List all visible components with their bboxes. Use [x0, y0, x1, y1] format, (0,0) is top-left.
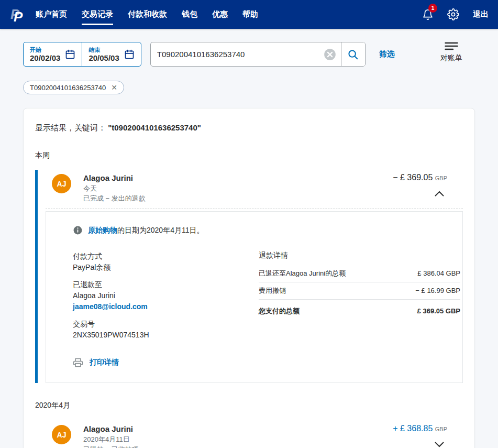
end-date-field[interactable]: 结束 20/05/03: [82, 42, 140, 66]
nav-item-transactions[interactable]: 交易记录: [82, 0, 113, 29]
details-left-column: 付款方式 PayPal余额 已退款至 Alagoa Jurini jaame08…: [73, 251, 259, 368]
chevron-up-icon[interactable]: [435, 191, 444, 196]
refunded-to-name: Alagoa Jurini: [73, 290, 259, 301]
search-filter-chip: T0902004101636253740 ✕: [23, 81, 124, 94]
transaction-amount: + £ 368.85 GBP: [393, 424, 447, 433]
filter-bar: 开始 20/02/03 结束 20/05/03: [0, 29, 498, 67]
info-icon: [73, 225, 83, 235]
end-date-label: 结束: [88, 46, 119, 53]
section-title-this-week: 本周: [35, 151, 463, 160]
start-date-value: 20/02/03: [30, 53, 60, 63]
refund-row-value: − £ 16.99 GBP: [415, 287, 460, 294]
summary-label: 显示结果，关键词：: [35, 123, 106, 132]
refund-row-value: £ 386.04 GBP: [417, 269, 460, 277]
dashed-divider: [46, 209, 463, 209]
transaction-row[interactable]: AJ Alagoa Jurini 2020年4月11日 已退款 − 已收款项 +…: [35, 421, 463, 448]
currency-code: GBP: [435, 175, 447, 181]
transaction-item-expanded: AJ Alagoa Jurini 今天 已完成 − 发出的退款 − £ 369.…: [35, 170, 463, 383]
nav-item-help[interactable]: 帮助: [242, 0, 258, 29]
clear-search-icon[interactable]: [323, 48, 337, 61]
transaction-date: 今天: [83, 183, 146, 193]
section-title-april-2020: 2020年4月: [35, 401, 463, 410]
print-details-button[interactable]: 打印详情: [73, 357, 259, 368]
original-purchase-link[interactable]: 原始购物: [88, 226, 117, 234]
avatar: AJ: [52, 425, 71, 444]
nav-item-offers[interactable]: 优惠: [212, 0, 228, 29]
chevron-down-icon[interactable]: [435, 442, 444, 447]
calendar-icon[interactable]: [65, 49, 75, 60]
counterparty-name: Alagoa Jurini: [83, 424, 139, 434]
results-summary: 显示结果，关键词： "t0902004101636253740": [35, 123, 463, 133]
search-input[interactable]: [151, 50, 323, 59]
nav-item-payments[interactable]: 付款和收款: [128, 0, 167, 29]
paypal-logo-icon: P P: [10, 6, 25, 23]
transaction-status: 已完成 − 发出的退款: [83, 193, 146, 203]
search-icon: [347, 49, 359, 60]
notification-badge: 1: [428, 4, 437, 13]
printer-icon: [73, 357, 83, 368]
nav-item-wallet[interactable]: 钱包: [182, 0, 197, 29]
logout-button[interactable]: 退出: [473, 9, 489, 19]
start-date-label: 开始: [30, 46, 60, 53]
svg-text:P: P: [14, 9, 23, 23]
refunded-to-email-link[interactable]: jaame08@icloud.com: [73, 301, 148, 312]
refund-details-title: 退款详情: [259, 251, 460, 260]
notifications-button[interactable]: 1: [422, 8, 434, 21]
transaction-item-collapsed: AJ Alagoa Jurini 2020年4月11日 已退款 − 已收款项 +…: [35, 421, 463, 448]
refund-row: 已退还至Alagoa Jurini的总额 £ 386.04 GBP: [259, 265, 460, 282]
refund-row: 费用撤销 − £ 16.99 GBP: [259, 282, 460, 300]
print-details-label: 打印详情: [90, 358, 119, 367]
counterparty-name: Alagoa Jurini: [83, 173, 146, 183]
refund-total-row: 您支付的总额 £ 369.05 GBP: [259, 300, 460, 316]
refund-total-value: £ 369.05 GBP: [417, 307, 460, 315]
transaction-details-panel: 原始购物的日期为2020年4月11日。 付款方式 PayPal余额 已退款至 A…: [46, 211, 463, 383]
summary-keyword: "t0902004101636253740": [108, 123, 201, 132]
chip-label: T0902004101636253740: [30, 84, 106, 92]
selected-accent-bar: [35, 170, 38, 383]
refund-row-label: 已退还至Alagoa Jurini的总额: [259, 269, 346, 278]
top-navigation-bar: P P 账户首页 交易记录 付款和收款 钱包 优惠 帮助 1 退出: [0, 0, 498, 29]
search-box: [150, 42, 366, 67]
statement-icon: [445, 42, 458, 51]
transaction-id-label: 交易号: [73, 319, 259, 330]
filter-link[interactable]: 筛选: [379, 49, 395, 59]
calendar-icon[interactable]: [124, 49, 135, 60]
transaction-row[interactable]: AJ Alagoa Jurini 今天 已完成 − 发出的退款 − £ 369.…: [35, 170, 463, 209]
end-date-value: 20/05/03: [88, 53, 119, 63]
statement-button[interactable]: 对账单: [440, 42, 462, 63]
nav-item-account-home[interactable]: 账户首页: [36, 0, 67, 29]
avatar: AJ: [52, 174, 71, 193]
refund-total-label: 您支付的总额: [259, 307, 300, 316]
transaction-amount: − £ 369.05 GBP: [393, 173, 447, 182]
main-nav: 账户首页 交易记录 付款和收款 钱包 优惠 帮助: [36, 0, 258, 29]
refund-row-label: 费用撤销: [259, 286, 286, 296]
paypal-logo[interactable]: P P: [10, 6, 25, 23]
refund-details-column: 退款详情 已退还至Alagoa Jurini的总额 £ 386.04 GBP 费…: [259, 251, 461, 368]
currency-code: GBP: [435, 426, 447, 432]
transaction-id-value: 2NX35019PW074513H: [73, 330, 259, 341]
date-range-group: 开始 20/02/03 结束 20/05/03: [23, 42, 141, 67]
gear-icon: [447, 8, 459, 20]
statement-label: 对账单: [440, 53, 462, 63]
start-date-field[interactable]: 开始 20/02/03: [24, 42, 82, 66]
original-purchase-text: 的日期为2020年4月11日。: [117, 226, 204, 234]
payment-method-value: PayPal余额: [73, 262, 259, 273]
payment-method-label: 付款方式: [73, 251, 259, 262]
search-button[interactable]: [341, 42, 365, 66]
settings-button[interactable]: [447, 8, 459, 20]
refunded-to-label: 已退款至: [73, 279, 259, 290]
transaction-date: 2020年4月11日: [83, 434, 139, 444]
chip-close-icon[interactable]: ✕: [111, 84, 117, 91]
results-card: 显示结果，关键词： "t0902004101636253740" 本周 AJ A…: [23, 108, 475, 448]
transaction-status: 已退款 − 已收款项: [83, 444, 139, 448]
